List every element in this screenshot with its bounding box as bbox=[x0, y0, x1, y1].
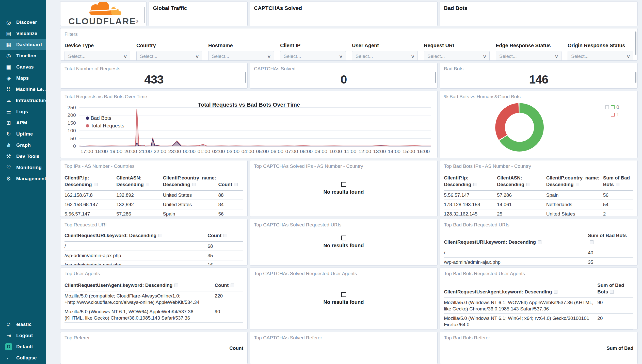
table-row[interactable]: 5.56.57.14757,286Spain56 bbox=[444, 190, 633, 200]
sidebar-item-maps[interactable]: ◈ Maps bbox=[0, 73, 46, 84]
sidebar-item-graph[interactable]: ⋔ Graph bbox=[0, 140, 46, 151]
column-filter-box[interactable] bbox=[538, 240, 541, 244]
sidebar-footer-default-space[interactable]: D Default bbox=[0, 341, 46, 352]
filter-select[interactable]: Select... ∨ bbox=[496, 51, 561, 61]
filters-scrollbar[interactable] bbox=[635, 31, 636, 55]
table-cell: Mozilla/5.0 (Windows NT 6.1; Win64; x64;… bbox=[444, 313, 597, 329]
column-filter-box[interactable] bbox=[473, 183, 477, 186]
table-row[interactable]: Mozilla/5.0 (Windows NT 6.1; WOW64) Appl… bbox=[65, 307, 243, 323]
table-row[interactable]: /wp-admin/admin-post.php16 bbox=[65, 260, 243, 266]
legend-item-0[interactable]: 0 bbox=[605, 104, 619, 111]
filter-select[interactable]: Select... ∨ bbox=[65, 51, 130, 61]
column-filter-box[interactable] bbox=[174, 284, 178, 287]
filter-user-agent: User Agent Select... ∨ bbox=[352, 43, 418, 61]
column-filter-box[interactable] bbox=[610, 290, 614, 294]
table-cell: 5.56.57.147 bbox=[444, 190, 497, 200]
table-row[interactable]: 128.32.162.14525United States2 bbox=[444, 209, 633, 217]
column-header[interactable]: Count bbox=[218, 175, 243, 190]
sidebar-item-dev-tools[interactable]: ⚒ Dev Tools bbox=[0, 151, 46, 162]
table-row[interactable]: 162.158.68.147132,892United States84 bbox=[65, 200, 243, 209]
column-header[interactable]: ClientIP.country_name: Descending bbox=[546, 175, 603, 190]
table-row[interactable]: 162.158.67.8132,892United States88 bbox=[65, 190, 243, 200]
column-filter-box[interactable] bbox=[526, 183, 530, 186]
column-header[interactable]: Sum of Bad Bots bbox=[597, 282, 633, 298]
sidebar-item-apm[interactable]: ⊞ APM bbox=[0, 117, 46, 128]
table-cell: / bbox=[65, 241, 207, 251]
column-header[interactable]: ClientIP.ip: Descending bbox=[65, 175, 116, 190]
column-header[interactable]: ClientRequestUserAgent.keyword: Descendi… bbox=[444, 282, 597, 298]
column-header[interactable]: Count bbox=[229, 345, 243, 351]
table-row[interactable]: 178.128.193.15814,061Netherlands54 bbox=[444, 200, 633, 209]
sidebar-item-machine-learning[interactable]: ⠿ Machine Le… bbox=[0, 84, 46, 95]
column-header[interactable]: ClientIP.country_name: Descending bbox=[163, 175, 218, 190]
column-filter-box[interactable] bbox=[94, 183, 98, 186]
sidebar-item-discover[interactable]: ◎ Discover bbox=[0, 17, 46, 28]
column-header[interactable]: ClientASN: Descending bbox=[497, 175, 546, 190]
column-filter-box[interactable] bbox=[234, 183, 238, 186]
column-filter-box[interactable] bbox=[590, 240, 593, 244]
table-row[interactable]: Mozilla/5.0 (compatible; CloudFlare-Alwa… bbox=[65, 291, 243, 307]
filter-select[interactable]: Select... ∨ bbox=[352, 51, 418, 61]
table-row[interactable]: Mozilla/5.0 (Windows NT 6.1; Win64; x64;… bbox=[444, 313, 633, 329]
table-panel-title: Top Bad Bots Referer bbox=[444, 335, 490, 341]
column-header[interactable]: Count bbox=[215, 282, 243, 291]
column-filter-box[interactable] bbox=[158, 234, 162, 237]
table-row[interactable]: /40 bbox=[444, 248, 633, 257]
metric-scrollbar[interactable] bbox=[435, 72, 436, 83]
chevron-down-icon: ∨ bbox=[411, 54, 415, 59]
column-header[interactable]: ClientRequestURI.keyword: Descending bbox=[444, 232, 588, 248]
filter-select[interactable]: Select... ∨ bbox=[136, 51, 202, 61]
column-header[interactable]: Sum of Bad bbox=[606, 345, 633, 351]
logo-panel-scrollbar[interactable] bbox=[144, 7, 145, 23]
table-cell: 84 bbox=[218, 200, 243, 209]
uptime-icon: ↻ bbox=[5, 131, 12, 137]
sidebar-item-infrastructure[interactable]: ☁ Infrastructure bbox=[0, 95, 46, 106]
metric-scrollbar[interactable] bbox=[245, 72, 246, 83]
column-header[interactable]: Count bbox=[207, 232, 243, 241]
sidebar-item-canvas[interactable]: ▣ Canvas bbox=[0, 61, 46, 73]
table-cell: 132,892 bbox=[116, 200, 163, 209]
sidebar-item-management[interactable]: ⚙ Management bbox=[0, 173, 46, 184]
sidebar-footer-collapse[interactable]: ← Collapse bbox=[0, 352, 46, 363]
sidebar-item-visualize[interactable]: ▤ Visualize bbox=[0, 28, 46, 39]
filter-select[interactable]: Select... ∨ bbox=[424, 51, 490, 61]
column-filter-box[interactable] bbox=[192, 183, 196, 186]
filter-select[interactable]: Select... ∨ bbox=[568, 51, 633, 61]
filter-select[interactable]: Select... ∨ bbox=[280, 51, 346, 61]
table-row[interactable]: 5.56.57.14757,286Spain56 bbox=[65, 209, 243, 217]
column-header[interactable]: Sum of Bad Bots bbox=[588, 232, 633, 248]
column-filter-box[interactable] bbox=[554, 290, 557, 294]
sidebar-footer-logout[interactable]: ⇥ Logout bbox=[0, 330, 46, 341]
panel-captchas-header: CAPTCHAs Solved bbox=[250, 1, 438, 26]
column-filter-box[interactable] bbox=[223, 234, 227, 237]
column-filter-box[interactable] bbox=[616, 183, 619, 186]
legend-item-total-requests[interactable]: Total Requests bbox=[86, 122, 124, 129]
sidebar-item-timelion[interactable]: ◷ Timelion bbox=[0, 50, 46, 61]
sidebar-footer-user[interactable]: ☺ elastic bbox=[0, 319, 46, 330]
sidebar-item-dashboard[interactable]: ▦ Dashboard bbox=[0, 39, 46, 50]
legend-item-1[interactable]: 1 bbox=[605, 111, 619, 118]
column-header[interactable]: ClientIP.ip: Descending bbox=[444, 175, 497, 190]
table-row[interactable]: /68 bbox=[65, 241, 243, 251]
column-header[interactable]: ClientRequestURI.keyword: Descending bbox=[65, 232, 207, 241]
column-filter-box[interactable] bbox=[576, 183, 579, 186]
legend-dot-icon bbox=[86, 124, 89, 127]
svg-text:12:00: 12:00 bbox=[359, 149, 371, 154]
select-placeholder: Select... bbox=[140, 54, 157, 59]
column-filter-box[interactable] bbox=[231, 284, 234, 287]
table-row[interactable]: Mozilla/5.0 (Windows NT 6.1; WOW64) Appl… bbox=[444, 298, 633, 313]
metric-scrollbar[interactable] bbox=[635, 72, 636, 83]
sidebar-item-uptime[interactable]: ↻ Uptime bbox=[0, 128, 46, 140]
table-row[interactable]: /wp-admin/admin-ajax.php35 bbox=[444, 257, 633, 266]
sidebar-item-monitoring[interactable]: ♡ Monitoring bbox=[0, 162, 46, 173]
logs-icon: ☰ bbox=[5, 109, 12, 115]
column-header[interactable]: Sum of Bad Bots bbox=[603, 175, 633, 190]
column-header[interactable]: ClientASN: Descending bbox=[116, 175, 163, 190]
filter-select[interactable]: Select... ∨ bbox=[208, 51, 274, 61]
legend-item-bad-bots[interactable]: Bad Bots bbox=[86, 114, 124, 122]
column-filter-box[interactable] bbox=[146, 183, 149, 186]
table-row[interactable]: /wp-admin/admin-ajax.php35 bbox=[65, 251, 243, 260]
metric-title: Total Number of Requests bbox=[65, 66, 120, 72]
column-header[interactable]: ClientRequestUserAgent.keyword: Descendi… bbox=[65, 282, 215, 291]
sidebar-item-logs[interactable]: ☰ Logs bbox=[0, 106, 46, 117]
